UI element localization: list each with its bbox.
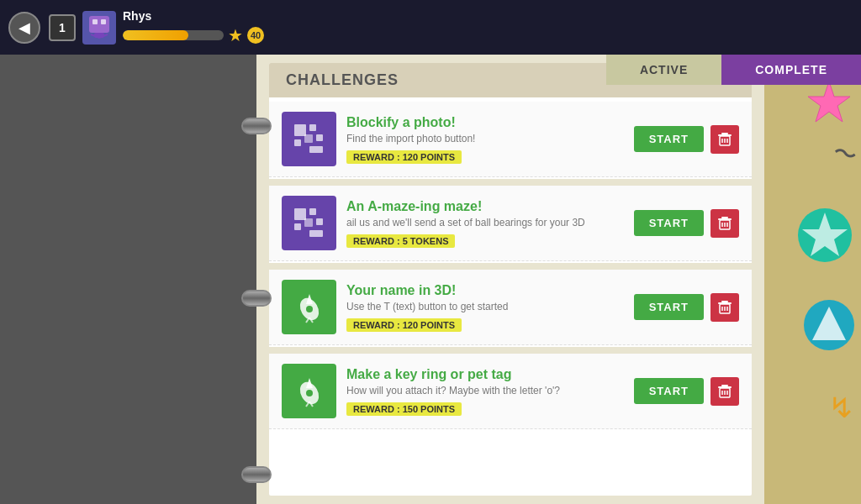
svg-rect-11 — [721, 133, 728, 134]
svg-rect-8 — [316, 134, 323, 141]
challenge-thumb-1 — [282, 112, 336, 166]
player-info: 1 Rhys ★ 40 — [49, 9, 264, 45]
ring-bot — [241, 466, 272, 483]
reward-badge-4: REWARD : 150 POINTS — [346, 402, 462, 416]
challenge-card-4: Make a key ring or pet tag How will you … — [269, 354, 752, 429]
reward-badge-2: REWARD : 5 TOKENS — [346, 234, 455, 248]
ring-top — [241, 118, 272, 134]
back-button[interactable]: ◀ — [8, 12, 40, 44]
delete-button-1[interactable] — [710, 125, 739, 154]
level-badge: 1 — [49, 14, 76, 41]
main-content: CHALLENGES Blockify a photo! Find the im… — [0, 55, 861, 504]
svg-rect-1 — [92, 19, 98, 24]
ring-mid — [241, 290, 272, 307]
svg-rect-5 — [309, 124, 316, 131]
challenge-info-4: Make a key ring or pet tag How will you … — [346, 367, 624, 416]
svg-rect-0 — [89, 16, 109, 33]
start-button-4[interactable]: START — [634, 378, 704, 404]
xp-bar-fill — [123, 30, 188, 40]
svg-rect-19 — [304, 218, 313, 227]
svg-rect-21 — [309, 230, 323, 237]
svg-rect-45 — [721, 385, 728, 386]
svg-rect-23 — [721, 217, 728, 218]
challenge-actions-3: START — [634, 293, 739, 322]
challenge-title-1: Blockify a photo! — [346, 115, 624, 130]
sticker-lightning: ↯ — [827, 389, 858, 428]
svg-rect-20 — [316, 218, 323, 225]
sticker-squiggle: 〜 — [830, 136, 861, 173]
xp-bar-container: ★ 40 — [123, 25, 264, 45]
card-spacer — [269, 347, 752, 354]
start-button-2[interactable]: START — [634, 210, 704, 236]
challenge-actions-1: START — [634, 125, 739, 154]
challenge-desc-3: Use the T (text) button to get started — [346, 301, 615, 312]
start-button-3[interactable]: START — [634, 294, 704, 320]
card-spacer — [269, 263, 752, 270]
avatar — [82, 11, 116, 45]
svg-rect-3 — [94, 33, 104, 38]
challenge-list: Blockify a photo! Find the import photo … — [269, 102, 752, 429]
notebook: CHALLENGES Blockify a photo! Find the im… — [256, 55, 764, 504]
svg-rect-6 — [294, 139, 301, 146]
challenge-title-4: Make a key ring or pet tag — [346, 367, 624, 382]
challenge-actions-4: START — [634, 377, 739, 406]
delete-button-2[interactable] — [710, 209, 739, 238]
start-button-1[interactable]: START — [634, 126, 704, 152]
svg-rect-4 — [294, 124, 306, 136]
reward-badge-3: REWARD : 120 POINTS — [346, 318, 462, 332]
xp-bar-background — [123, 30, 224, 40]
svg-rect-34 — [721, 301, 728, 302]
notebook-inner[interactable]: CHALLENGES Blockify a photo! Find the im… — [269, 63, 752, 496]
tab-area: ACTIVE COMPLETE — [606, 55, 861, 85]
player-name-xp: Rhys ★ 40 — [123, 9, 264, 45]
player-name: Rhys — [123, 9, 264, 23]
xp-level-number: 40 — [247, 27, 264, 44]
challenge-thumb-3 — [282, 280, 336, 334]
sticker-circle-green — [795, 206, 854, 268]
challenge-info-3: Your name in 3D! Use the T (text) button… — [346, 283, 624, 332]
challenge-desc-4: How will you attach it? Maybe with the l… — [346, 385, 615, 396]
challenge-actions-2: START — [634, 209, 739, 238]
sticker-teal-triangle — [802, 298, 857, 356]
svg-rect-9 — [309, 146, 323, 153]
tab-active[interactable]: ACTIVE — [606, 55, 721, 85]
star-icon: ★ — [228, 25, 243, 45]
challenge-title-3: Your name in 3D! — [346, 283, 624, 298]
challenge-desc-2: ail us and we'll send a set of ball bear… — [346, 217, 615, 228]
svg-rect-2 — [101, 19, 106, 24]
svg-rect-7 — [304, 134, 313, 143]
right-sidebar: 〜 ↯ — [764, 55, 861, 504]
svg-marker-50 — [808, 81, 850, 122]
challenge-title-2: An A-maze-ing maze! — [346, 199, 624, 214]
svg-point-29 — [306, 306, 313, 312]
challenge-info-1: Blockify a photo! Find the import photo … — [346, 115, 624, 164]
reward-badge-1: REWARD : 120 POINTS — [346, 150, 462, 164]
svg-point-40 — [306, 390, 313, 396]
challenge-thumb-4 — [282, 364, 336, 418]
sticker-star — [806, 80, 853, 129]
challenge-card-3: Your name in 3D! Use the T (text) button… — [269, 270, 752, 345]
delete-button-3[interactable] — [710, 293, 739, 322]
card-spacer — [269, 179, 752, 186]
svg-rect-16 — [294, 208, 306, 220]
challenge-card-2: An A-maze-ing maze! ail us and we'll sen… — [269, 186, 752, 261]
back-icon: ◀ — [18, 18, 30, 37]
challenge-desc-1: Find the import photo button! — [346, 133, 615, 144]
tab-complete[interactable]: COMPLETE — [721, 55, 861, 85]
challenge-thumb-2 — [282, 196, 336, 250]
delete-button-4[interactable] — [710, 377, 739, 406]
left-sidebar — [0, 55, 256, 504]
challenge-card-1: Blockify a photo! Find the import photo … — [269, 102, 752, 177]
top-bar: ◀ 1 Rhys ★ 40 — [0, 0, 861, 55]
svg-rect-17 — [309, 208, 316, 215]
svg-rect-18 — [294, 223, 301, 230]
challenge-info-2: An A-maze-ing maze! ail us and we'll sen… — [346, 199, 624, 248]
